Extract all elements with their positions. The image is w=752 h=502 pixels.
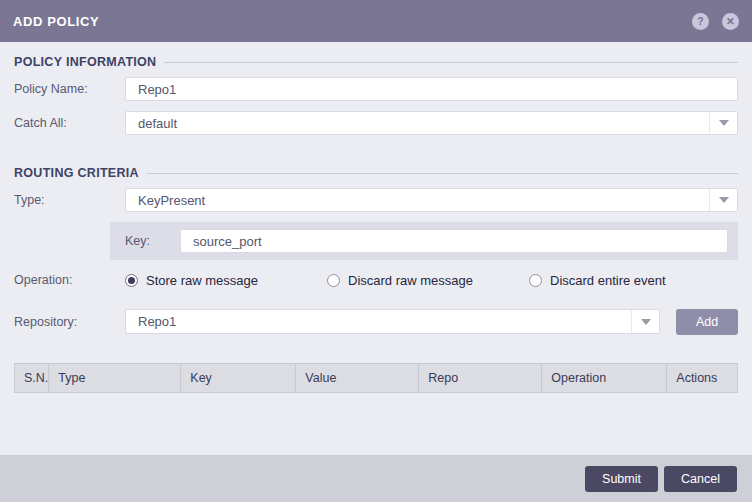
operation-row: Operation: Store raw message Discard raw… xyxy=(14,272,738,288)
section-title: POLICY INFORMATION xyxy=(14,55,156,69)
header-icons: ? ✕ xyxy=(692,13,739,30)
column-header-sn: S.N. xyxy=(15,364,49,392)
section-routing-criteria: ROUTING CRITERIA xyxy=(14,166,738,180)
section-rule xyxy=(147,173,738,174)
policy-name-label: Policy Name: xyxy=(14,82,125,96)
section-title: ROUTING CRITERIA xyxy=(14,166,139,180)
radio-icon xyxy=(529,274,542,287)
repository-row: Repository: Repo1 Add xyxy=(14,309,738,335)
type-selected-value: KeyPresent xyxy=(126,193,709,208)
chevron-down-icon xyxy=(631,310,659,333)
type-row: Type: KeyPresent xyxy=(14,188,738,212)
radio-discard-entire-event[interactable]: Discard entire event xyxy=(529,273,666,288)
dialog-header: ADD POLICY ? ✕ xyxy=(0,0,752,42)
operation-label: Operation: xyxy=(14,273,125,287)
policy-name-input[interactable] xyxy=(125,77,738,101)
repository-label: Repository: xyxy=(14,315,125,329)
column-header-key: Key xyxy=(181,364,296,392)
radio-label: Store raw message xyxy=(146,273,258,288)
column-header-operation: Operation xyxy=(542,364,667,392)
type-label: Type: xyxy=(14,193,125,207)
catch-all-selected-value: default xyxy=(126,116,709,131)
type-dropdown[interactable]: KeyPresent xyxy=(125,188,738,212)
catch-all-dropdown[interactable]: default xyxy=(125,111,738,135)
criteria-table-header: S.N. Type Key Value Repo Operation Actio… xyxy=(14,363,738,393)
radio-icon-selected xyxy=(125,274,138,287)
dialog-body: POLICY INFORMATION Policy Name: Catch Al… xyxy=(0,42,752,455)
chevron-down-icon xyxy=(709,112,737,134)
column-header-actions: Actions xyxy=(667,364,737,392)
radio-discard-raw-message[interactable]: Discard raw message xyxy=(327,273,529,288)
help-icon[interactable]: ? xyxy=(692,13,709,30)
chevron-down-icon xyxy=(709,189,737,211)
add-button[interactable]: Add xyxy=(676,309,738,335)
catch-all-label: Catch All: xyxy=(14,116,125,130)
dialog-title: ADD POLICY xyxy=(13,14,99,29)
section-rule xyxy=(164,62,738,63)
key-label: Key: xyxy=(125,234,180,248)
column-header-value: Value xyxy=(296,364,419,392)
column-header-type: Type xyxy=(49,364,181,392)
column-header-repo: Repo xyxy=(419,364,542,392)
radio-label: Discard raw message xyxy=(348,273,473,288)
add-policy-dialog: ADD POLICY ? ✕ POLICY INFORMATION Policy… xyxy=(0,0,752,502)
policy-name-row: Policy Name: xyxy=(14,77,738,101)
catch-all-row: Catch All: default xyxy=(14,111,738,135)
dialog-footer: Submit Cancel xyxy=(0,455,752,502)
close-icon[interactable]: ✕ xyxy=(722,13,739,30)
repository-selected-value: Repo1 xyxy=(126,314,631,329)
section-policy-information: POLICY INFORMATION xyxy=(14,55,738,69)
key-subpanel: Key: xyxy=(110,222,738,260)
radio-icon xyxy=(327,274,340,287)
key-input[interactable] xyxy=(180,229,728,253)
radio-label: Discard entire event xyxy=(550,273,666,288)
cancel-button[interactable]: Cancel xyxy=(664,466,737,492)
repository-dropdown[interactable]: Repo1 xyxy=(125,309,660,334)
submit-button[interactable]: Submit xyxy=(585,466,658,492)
radio-store-raw-message[interactable]: Store raw message xyxy=(125,273,327,288)
